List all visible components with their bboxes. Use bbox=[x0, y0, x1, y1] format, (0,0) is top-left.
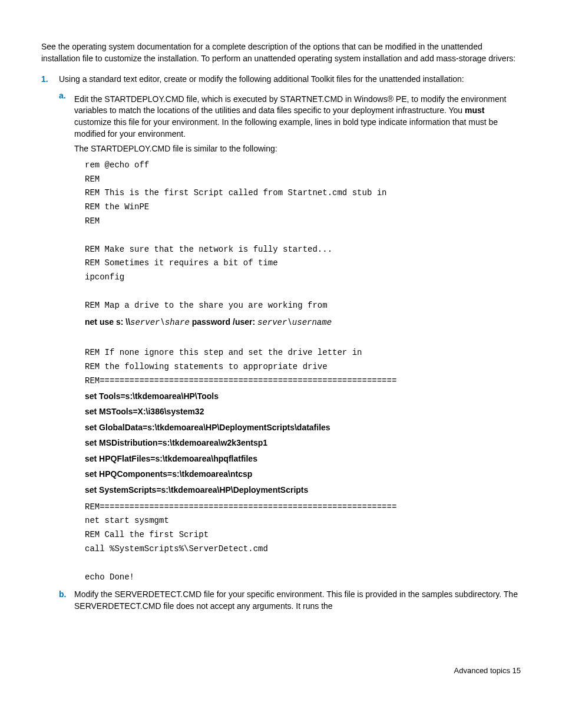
p1-suffix: customize this file for your environment… bbox=[74, 117, 498, 139]
step1-text: Using a standard text editor, create or … bbox=[59, 74, 521, 85]
step1a-para2: The STARTDEPLOY.CMD file is similar to t… bbox=[74, 143, 521, 155]
step-body: Using a standard text editor, create or … bbox=[59, 74, 521, 612]
step-1a: a. Edit the STARTDEPLOY.CMD file, which … bbox=[59, 90, 521, 585]
netuse-ital1: server\share bbox=[130, 318, 190, 327]
sub-letter-b: b. bbox=[59, 589, 74, 612]
step-1b-body: Modify the SERVERDETECT.CMD file for you… bbox=[74, 589, 521, 612]
step-1: 1. Using a standard text editor, create … bbox=[41, 74, 521, 612]
step1a-para1: Edit the STARTDEPLOY.CMD file, which is … bbox=[74, 94, 521, 140]
code-block-2: REM If none ignore this step and set the… bbox=[85, 332, 521, 388]
code-block-1: rem @echo off REM REM This is the first … bbox=[85, 159, 521, 313]
sub-letter-a: a. bbox=[59, 90, 74, 585]
intro-paragraph: See the operating system documentation f… bbox=[41, 41, 521, 64]
netuse-line: net use s: \\server\share password /user… bbox=[85, 315, 521, 330]
netuse-ital2: server\username bbox=[257, 318, 332, 327]
p1-prefix: Edit the STARTDEPLOY.CMD file, which is … bbox=[74, 94, 506, 116]
netuse-bold1: net use s: \\ bbox=[85, 317, 130, 327]
step-1a-body: Edit the STARTDEPLOY.CMD file, which is … bbox=[74, 90, 521, 585]
code-block-3: REM=====================================… bbox=[85, 500, 521, 585]
step-number: 1. bbox=[41, 74, 59, 612]
netuse-bold2: password /user: bbox=[190, 317, 257, 327]
step-1b: b. Modify the SERVERDETECT.CMD file for … bbox=[59, 589, 521, 612]
ordered-list: 1. Using a standard text editor, create … bbox=[41, 74, 521, 612]
p1-bold: must bbox=[465, 106, 484, 115]
step1b-text: Modify the SERVERDETECT.CMD file for you… bbox=[74, 589, 518, 611]
set-lines: set Tools=s:\tkdemoarea\HP\Tools set MST… bbox=[85, 388, 521, 498]
page-footer: Advanced topics 15 bbox=[41, 666, 521, 676]
